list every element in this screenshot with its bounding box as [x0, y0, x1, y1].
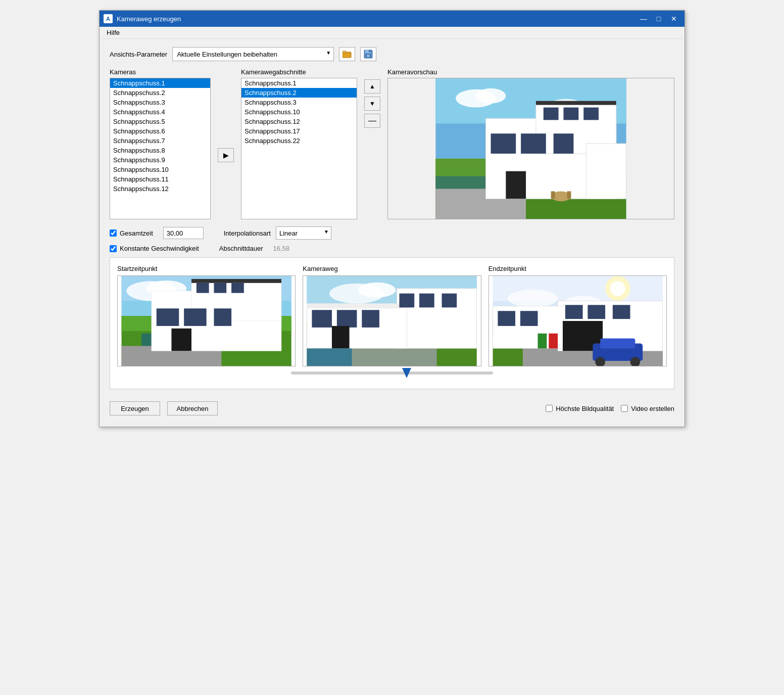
close-button[interactable]: ✕ [667, 13, 680, 24]
startzeitpunkt-label: Startzeitpunkt [117, 265, 296, 272]
main-content: Ansichts-Parameter Aktuelle Einstellunge… [100, 39, 684, 427]
svg-rect-83 [587, 305, 605, 319]
erzeugen-button[interactable]: Erzeugen [110, 401, 160, 415]
interpolationsart-dropdown[interactable]: Linear Spline Konstant [276, 226, 331, 240]
kameras-list-item[interactable]: Schnappschuss.12 [110, 184, 210, 194]
svg-rect-67 [307, 348, 352, 366]
endzeitpunkt-panel: Endzeitpunkt [488, 265, 667, 366]
svg-rect-48 [171, 329, 191, 351]
svg-rect-61 [337, 310, 357, 328]
endzeitpunkt-label: Endzeitpunkt [488, 265, 667, 272]
endzeitpunkt-svg [489, 276, 666, 366]
kameraweg-thumb [303, 275, 481, 366]
kameraweg-svg [303, 276, 480, 366]
save-button[interactable] [360, 47, 376, 61]
kamerawegabschnitte-list-item[interactable]: Schnappschuss.22 [241, 136, 357, 146]
kameras-list-item[interactable]: Schnappschuss.5 [110, 117, 210, 126]
hoechste-bildqualitaet-text: Höchste Bildqualität [556, 405, 614, 412]
add-to-wegabschnitte-button[interactable]: ▶ [218, 148, 234, 162]
konstante-geschwindigkeit-checkbox[interactable] [110, 245, 117, 252]
kamerawegabschnitte-list-item[interactable]: Schnappschuss.1 [241, 78, 357, 88]
kamerawegabschnitte-list-item[interactable]: Schnappschuss.10 [241, 107, 357, 117]
maximize-button[interactable]: □ [652, 13, 665, 24]
svg-rect-63 [400, 294, 415, 308]
abbrechen-button[interactable]: Abbrechen [167, 401, 218, 415]
kameras-list-item[interactable]: Schnappschuss.7 [110, 136, 210, 146]
kamerawegabschnitte-list-item[interactable]: Schnappschuss.12 [241, 117, 357, 126]
hoechste-bildqualitaet-label[interactable]: Höchste Bildqualität [546, 405, 614, 412]
gesamtzeit-input[interactable] [163, 227, 204, 239]
move-up-button[interactable]: ▲ [364, 79, 380, 94]
kameras-listbox[interactable]: Schnappschuss.1Schnappschuss.2Schnappsch… [110, 78, 211, 219]
settings-row-1: Gesamtzeit Interpolationsart Linear Spli… [110, 226, 674, 240]
konstante-geschwindigkeit-label[interactable]: Konstante Geschwindigkeit [110, 245, 199, 252]
startzeitpunkt-panel: Startzeitpunkt [117, 265, 296, 366]
svg-rect-62 [362, 310, 380, 328]
save-icon [364, 50, 373, 59]
kameras-list-item[interactable]: Schnappschuss.4 [110, 107, 210, 117]
slider-row [117, 372, 667, 375]
svg-rect-81 [520, 311, 538, 326]
previews-row: Startzeitpunkt [117, 265, 667, 366]
kamerawegabschnitte-list-item[interactable]: Schnappschuss.2 [241, 88, 357, 98]
remove-button[interactable]: — [364, 114, 380, 128]
settings-row-2: Konstante Geschwindigkeit Abschnittdauer… [110, 245, 674, 252]
startzeitpunkt-svg [118, 276, 295, 366]
kameras-list-item[interactable]: Schnappschuss.10 [110, 165, 210, 174]
menubar: Hilfe [100, 27, 684, 39]
kameras-list-item[interactable]: Schnappschuss.3 [110, 98, 210, 107]
svg-point-10 [476, 88, 506, 104]
svg-rect-28 [567, 191, 571, 199]
kameravorschau-label: Kameravorschau [387, 68, 674, 76]
minimize-button[interactable]: — [637, 13, 650, 24]
svg-point-71 [610, 281, 625, 296]
kamerawegabschnitte-list-item[interactable]: Schnappschuss.3 [241, 98, 357, 107]
kameras-list-item[interactable]: Schnappschuss.2 [110, 88, 210, 98]
kameras-list-item[interactable]: Schnappschuss.9 [110, 155, 210, 165]
kamerawegabschnitte-listbox[interactable]: Schnappschuss.1Schnappschuss.2Schnappsch… [241, 78, 357, 219]
svg-rect-45 [157, 308, 179, 326]
timeline-slider-track [291, 372, 493, 375]
open-folder-button[interactable] [339, 47, 355, 61]
video-erstellen-checkbox[interactable] [621, 405, 628, 412]
ansichts-parameter-label: Ansichts-Parameter [110, 51, 167, 58]
main-window: A Kameraweg erzeugen — □ ✕ Hilfe Ansicht… [99, 10, 685, 427]
endzeitpunkt-thumb [488, 275, 667, 366]
abschnittdauer-row: Abschnittdauer 16,58 [219, 245, 289, 252]
move-down-button[interactable]: ▼ [364, 97, 380, 111]
svg-rect-1 [342, 51, 346, 53]
svg-rect-21 [583, 108, 599, 120]
titlebar-left: A Kameraweg erzeugen [104, 14, 181, 23]
svg-rect-25 [506, 171, 526, 199]
gesamtzeit-checkbox[interactable] [110, 229, 117, 237]
svg-point-72 [508, 290, 558, 308]
menu-hilfe[interactable]: Hilfe [104, 28, 123, 37]
svg-rect-60 [312, 310, 332, 328]
hoechste-bildqualitaet-checkbox[interactable] [546, 405, 553, 412]
svg-rect-46 [184, 308, 207, 326]
kamerawegabschnitte-panel: Kamerawegabschnitte Schnappschuss.1Schna… [241, 68, 357, 219]
app-icon: A [104, 14, 113, 23]
interpolationsart-row: Interpolationsart Linear Spline Konstant… [224, 226, 331, 240]
video-erstellen-label[interactable]: Video erstellen [621, 405, 674, 412]
svg-rect-19 [544, 108, 559, 120]
startzeitpunkt-thumb [117, 275, 296, 366]
kameras-list-item[interactable]: Schnappschuss.11 [110, 174, 210, 184]
svg-rect-29 [586, 144, 626, 199]
kameras-list-item[interactable]: Schnappschuss.1 [110, 78, 210, 88]
arrows-column: ▲ ▼ — [364, 79, 380, 219]
svg-rect-86 [600, 339, 635, 349]
svg-rect-41 [191, 279, 281, 283]
svg-rect-66 [332, 326, 350, 349]
svg-rect-24 [554, 133, 574, 154]
gesamtzeit-checkbox-label[interactable]: Gesamtzeit [110, 229, 153, 237]
ansichts-parameter-dropdown[interactable]: Aktuelle Einstellungen beibehalten [172, 47, 334, 61]
kameras-list-item[interactable]: Schnappschuss.8 [110, 146, 210, 155]
svg-rect-27 [551, 191, 555, 199]
svg-rect-23 [521, 133, 546, 154]
svg-rect-84 [613, 305, 630, 319]
svg-rect-64 [419, 294, 434, 308]
kamerawegabschnitte-list-item[interactable]: Schnappschuss.17 [241, 126, 357, 136]
svg-rect-6 [369, 50, 370, 52]
kameras-list-item[interactable]: Schnappschuss.6 [110, 126, 210, 136]
